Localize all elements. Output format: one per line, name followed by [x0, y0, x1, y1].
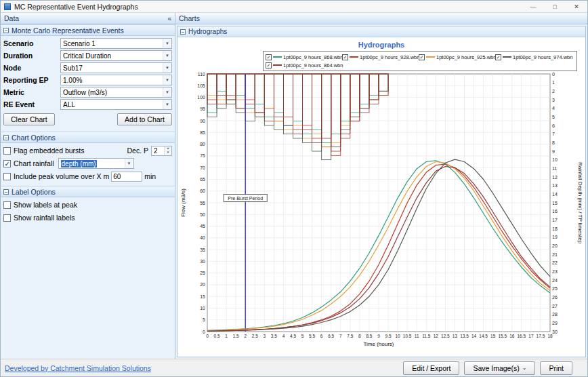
reporting-ep-select[interactable]: 1.00% ▼	[60, 75, 172, 85]
reporting-ep-label: Reporting EP	[3, 76, 60, 84]
edit-export-button[interactable]: Edit / Export	[403, 361, 459, 375]
add-to-chart-button[interactable]: Add to Chart	[117, 113, 172, 125]
minimize-button[interactable]: —	[522, 1, 544, 13]
flow-tick-label: 90	[200, 119, 205, 123]
dec-p-value: 2	[152, 147, 164, 155]
chart-rainfall-label: Chart rainfall	[14, 159, 54, 167]
flow-tick-label: 20	[200, 282, 205, 287]
mc-form: Scenario Scenario 1 ▼ Duration Critical …	[1, 36, 175, 132]
x-tick-label: 16	[509, 334, 515, 338]
charts-panel-title: Charts	[179, 14, 584, 22]
hydrographs-group-title: Hydrographs	[188, 28, 227, 35]
form-row-re-event: RE Event ALL ▼	[3, 99, 172, 110]
section-header-label-options[interactable]: Label Options	[1, 186, 175, 197]
legend-label: 1pt00pc_9 hours_928.wbn	[360, 54, 419, 60]
legend-line-swatch	[426, 56, 435, 58]
section-header-monte-carlo[interactable]: Monte Carlo Representative Events	[1, 24, 175, 36]
x-tick-label: 12.5	[441, 334, 450, 338]
form-row-metric: Metric Outflow (m3/s) ▼	[3, 87, 172, 98]
flow-tick-label: 60	[200, 188, 205, 193]
x-tick-label: 11.5	[422, 334, 431, 338]
chart-canvas[interactable]: Hydrographs ✓1pt00pc_9 hours_868.wbn✓1pt…	[177, 37, 585, 357]
collapse-panel-icon[interactable]: «	[167, 15, 171, 22]
flow-tick-label: 35	[200, 247, 205, 252]
x-tick-label: 13	[453, 334, 458, 338]
chart-rainfall-checkbox[interactable]	[3, 160, 11, 167]
dec-p-spinner[interactable]: 2 ▲▼	[151, 146, 172, 156]
include-peak-volume-checkbox[interactable]	[3, 173, 11, 180]
rain-tick-label: 24	[552, 278, 558, 283]
rain-tick-label: 17	[552, 218, 558, 222]
section-title: Chart Options	[12, 134, 56, 142]
peak-volume-minutes-input[interactable]	[111, 172, 142, 182]
show-rainfall-labels-label: Show rainfall labels	[14, 214, 75, 222]
duration-select[interactable]: Critical Duration ▼	[60, 50, 172, 61]
chart-legend: ✓1pt00pc_9 hours_868.wbn✓1pt00pc_9 hours…	[263, 51, 577, 71]
x-tick-label: 7.5	[347, 334, 353, 338]
rain-tick-label: 12	[552, 175, 558, 180]
section-header-chart-options[interactable]: Chart Options	[1, 132, 175, 143]
x-tick-label: 8	[358, 334, 361, 338]
chevron-down-icon: ▼	[163, 75, 171, 85]
rain-tick-label: 6	[552, 123, 555, 128]
chevron-down-icon: ▼	[163, 100, 171, 109]
maximize-button[interactable]: □	[544, 1, 566, 13]
node-select[interactable]: Sub17 ▼	[60, 62, 172, 73]
flow-tick-label: 50	[200, 212, 205, 217]
legend-item[interactable]: ✓1pt00pc_9 hours_928.wbn	[342, 53, 419, 61]
rainfall-units-select[interactable]: depth (mm) ▼	[58, 158, 134, 169]
rain-tick-label: 28	[552, 312, 558, 317]
close-button[interactable]: ✕	[566, 1, 587, 13]
main-area: Data « Monte Carlo Representative Events…	[1, 13, 587, 359]
peak-volume-unit-label: min	[144, 172, 156, 180]
flag-embedded-burst-checkbox[interactable]	[3, 147, 11, 155]
show-labels-at-peak-checkbox[interactable]	[3, 201, 11, 209]
show-rainfall-labels-checkbox[interactable]	[3, 214, 11, 222]
x-tick-label: 14	[471, 334, 477, 338]
x-tick-label: 12	[434, 334, 439, 338]
legend-checkbox[interactable]: ✓	[342, 54, 348, 60]
rain-tick-label: 0	[552, 72, 555, 77]
hydrographs-group-header[interactable]: Hydrographs	[177, 26, 585, 37]
rain-tick-label: 5	[552, 115, 555, 119]
save-images-button[interactable]: Save Image(s) ⌄	[464, 361, 535, 375]
spinner-arrows-icon[interactable]: ▲▼	[164, 146, 171, 155]
section-collapse-icon	[3, 28, 9, 33]
include-peak-volume-row: Include peak volume over X m min	[3, 171, 172, 182]
legend-checkbox[interactable]: ✓	[266, 62, 272, 68]
legend-item[interactable]: ✓1pt00pc_9 hours_868.wbn	[266, 53, 342, 61]
x-tick-label: 1.5	[233, 334, 239, 338]
legend-checkbox[interactable]: ✓	[495, 54, 501, 60]
dec-p-label: Dec. P	[127, 146, 148, 155]
re-event-select[interactable]: ALL ▼	[60, 99, 172, 110]
print-button[interactable]: Print	[540, 361, 572, 375]
chevron-down-icon: ▼	[125, 159, 133, 168]
legend-checkbox[interactable]: ✓	[419, 54, 425, 60]
flow-tick-label: 80	[200, 142, 205, 146]
scenario-select[interactable]: Scenario 1 ▼	[60, 38, 172, 49]
app-icon	[4, 3, 11, 10]
rain-tick-label: 21	[552, 252, 558, 257]
legend-item[interactable]: ✓1pt00pc_9 hours_974.wbn	[495, 53, 572, 61]
metric-value: Outflow (m3/s)	[63, 89, 163, 96]
credit-link[interactable]: Developed by Catchment Simulation Soluti…	[5, 364, 151, 372]
rain-tick-label: 11	[552, 166, 557, 171]
chevron-down-icon: ▼	[163, 87, 171, 97]
metric-label: Metric	[3, 88, 60, 96]
charts-panel-header: Charts	[175, 13, 587, 24]
clear-chart-button[interactable]: Clear Chart	[3, 113, 55, 125]
x-tick-label: 0.5	[214, 334, 220, 338]
legend-checkbox[interactable]: ✓	[266, 54, 272, 60]
rainfall-units-value: depth (mm)	[61, 160, 97, 167]
rain-tick-label: 30	[552, 330, 558, 334]
metric-select[interactable]: Outflow (m3/s) ▼	[60, 87, 172, 98]
rain-tick-label: 29	[552, 321, 558, 325]
legend-label: 1pt00pc_9 hours_974.wbn	[513, 54, 572, 60]
legend-item[interactable]: ✓1pt00pc_9 hours_925.wbn	[419, 53, 495, 61]
rain-tick-label: 27	[552, 304, 558, 309]
legend-item[interactable]: ✓1pt00pc_9 hours_864.wbn	[266, 61, 342, 69]
right-axis-title: Rainfall Depth (mm) / TP timestep	[577, 162, 583, 244]
flow-tick-label: 95	[200, 106, 205, 111]
x-tick-label: 15	[490, 334, 496, 338]
reporting-ep-value: 1.00%	[63, 77, 163, 84]
